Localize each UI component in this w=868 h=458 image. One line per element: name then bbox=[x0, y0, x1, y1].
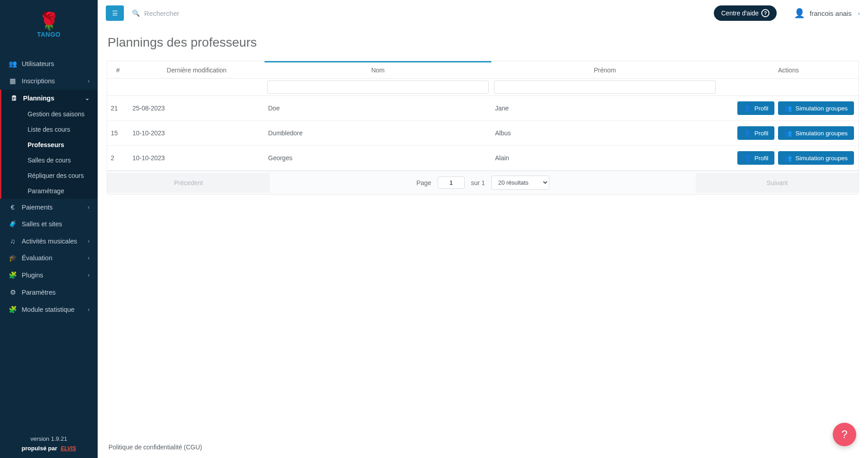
sidebar-item-salles-et-sites[interactable]: 🧳Salles et sites bbox=[0, 215, 98, 233]
filter-nom-input[interactable] bbox=[267, 81, 489, 94]
users-icon: 👥 bbox=[784, 154, 792, 162]
simulation-groupes-button[interactable]: 👥Simulation groupes bbox=[778, 101, 854, 115]
next-page-button[interactable]: Suivant bbox=[696, 173, 859, 193]
menu-toggle-button[interactable]: ☰ bbox=[106, 5, 124, 21]
col-modified[interactable]: Dernière modification bbox=[129, 62, 264, 79]
simulation-groupes-button[interactable]: 👥Simulation groupes bbox=[778, 126, 854, 140]
puzzle-icon: 🧩 bbox=[8, 271, 17, 279]
chevron-left-icon: ‹ bbox=[88, 204, 90, 210]
profil-button[interactable]: 👤Profil bbox=[737, 101, 775, 115]
sidebar-item-label: Plannings bbox=[23, 95, 54, 102]
cell-modified: 10-10-2023 bbox=[129, 121, 264, 146]
brand-logo: 🌹 bbox=[0, 13, 98, 30]
col-nom[interactable]: Nom bbox=[264, 62, 491, 79]
cell-nom: Georges bbox=[264, 146, 491, 171]
sidebar-item-label: Évaluation bbox=[22, 254, 52, 262]
version-text: version 1.9.21 bbox=[5, 435, 93, 442]
users-icon: 👥 bbox=[784, 129, 792, 137]
results-per-page-select[interactable]: 20 résultats bbox=[491, 176, 549, 190]
sidebar-subitem-liste-des-cours[interactable]: Liste des cours bbox=[1, 122, 98, 137]
profil-label: Profil bbox=[755, 130, 769, 137]
sidebar-item-label: Paiements bbox=[22, 204, 53, 211]
sidebar-item-paramètres[interactable]: ⚙Paramètres bbox=[0, 284, 98, 301]
sidebar-item-plannings[interactable]: 🗓Plannings⌄ bbox=[1, 90, 98, 106]
cell-id: 2 bbox=[107, 146, 129, 171]
cell-nom: Doe bbox=[264, 96, 491, 121]
sidebar-item-activités-musicales[interactable]: ♫Activités musicales‹ bbox=[0, 233, 98, 249]
page-title: Plannings des professeurs bbox=[108, 35, 859, 50]
sidebar-subitem-professeurs[interactable]: Professeurs bbox=[1, 137, 98, 153]
sidebar-subitem-gestion-des-saisons[interactable]: Gestion des saisons bbox=[1, 106, 98, 122]
brand-name: TANGO bbox=[0, 31, 98, 38]
sidebar-item-label: Paramètres bbox=[22, 289, 56, 296]
main-area: ☰ 🔍 Centre d'aide ? 👤 francois anais ‹ P… bbox=[98, 0, 868, 458]
cell-prenom: Alain bbox=[491, 146, 718, 171]
sidebar: 🌹 TANGO 👥Utilisateurs▦Inscriptions‹🗓Plan… bbox=[0, 0, 98, 458]
powered-by-label: propulsé par bbox=[22, 445, 57, 452]
menu-icon: ☰ bbox=[112, 10, 118, 17]
user-icon: 👤 bbox=[744, 129, 751, 137]
cell-id: 21 bbox=[107, 96, 129, 121]
pagination: Précedent Page sur 1 20 résultats Suivan… bbox=[107, 171, 859, 194]
sidebar-subitem-paramétrage[interactable]: Paramétrage bbox=[1, 183, 98, 199]
briefcase-icon: 🧳 bbox=[8, 220, 17, 228]
col-id[interactable]: # bbox=[107, 62, 129, 79]
table-row: 1510-10-2023DumbledoreAlbus👤Profil👥Simul… bbox=[107, 121, 859, 146]
privacy-link[interactable]: Politique de confidentialité (CGU) bbox=[108, 444, 202, 451]
user-menu[interactable]: 👤 francois anais ‹ bbox=[794, 8, 860, 19]
col-actions: Actions bbox=[718, 62, 859, 79]
chevron-left-icon: ‹ bbox=[88, 272, 90, 278]
footer: Politique de confidentialité (CGU) bbox=[107, 436, 859, 458]
cell-modified: 25-08-2023 bbox=[129, 96, 264, 121]
sidebar-item-utilisateurs[interactable]: 👥Utilisateurs bbox=[0, 55, 98, 72]
profil-button[interactable]: 👤Profil bbox=[737, 151, 775, 165]
sidebar-item-inscriptions[interactable]: ▦Inscriptions‹ bbox=[0, 72, 98, 90]
cell-modified: 10-10-2023 bbox=[129, 146, 264, 171]
user-icon: 👤 bbox=[744, 105, 751, 112]
nav-list: 👥Utilisateurs▦Inscriptions‹🗓Plannings⌄Ge… bbox=[0, 55, 98, 318]
brand-area: 🌹 TANGO bbox=[0, 0, 98, 47]
user-name: francois anais bbox=[810, 10, 852, 17]
music-icon: ♫ bbox=[8, 237, 17, 245]
table-filter-row bbox=[107, 79, 859, 96]
floating-help-button[interactable]: ? bbox=[833, 423, 856, 446]
simulation-label: Simulation groupes bbox=[795, 105, 848, 112]
search-input[interactable] bbox=[144, 10, 262, 17]
page-of-label: sur 1 bbox=[471, 179, 485, 186]
sidebar-item-plugins[interactable]: 🧩Plugins‹ bbox=[0, 267, 98, 284]
chevron-left-icon: ‹ bbox=[88, 306, 90, 313]
table-row: 2125-08-2023DoeJane👤Profil👥Simulation gr… bbox=[107, 96, 859, 121]
sidebar-item-module-statistique[interactable]: 🧩Module statistique‹ bbox=[0, 301, 98, 318]
topbar: ☰ 🔍 Centre d'aide ? 👤 francois anais ‹ bbox=[98, 0, 868, 26]
search-icon: 🔍 bbox=[132, 10, 140, 17]
pagination-center: Page sur 1 20 résultats bbox=[270, 171, 696, 194]
filter-prenom-input[interactable] bbox=[494, 81, 716, 94]
simulation-groupes-button[interactable]: 👥Simulation groupes bbox=[778, 151, 854, 165]
sidebar-item-label: Inscriptions bbox=[22, 77, 55, 85]
sidebar-item-paiements[interactable]: €Paiements‹ bbox=[0, 199, 98, 215]
profil-label: Profil bbox=[755, 105, 769, 112]
prev-page-button[interactable]: Précedent bbox=[107, 173, 270, 193]
help-icon: ? bbox=[761, 9, 769, 17]
chevron-down-icon: ⌄ bbox=[85, 95, 90, 101]
teachers-table: # Dernière modification Nom Prénom Actio… bbox=[107, 61, 859, 171]
cell-id: 15 bbox=[107, 121, 129, 146]
user-icon: 👤 bbox=[744, 154, 751, 162]
col-prenom[interactable]: Prénom bbox=[491, 62, 718, 79]
page-body: Plannings des professeurs # Dernière mod… bbox=[98, 26, 868, 458]
users-icon: 👥 bbox=[8, 60, 17, 68]
table-icon: ▦ bbox=[8, 77, 17, 85]
search-wrap: 🔍 bbox=[132, 10, 706, 17]
table-row: 210-10-2023GeorgesAlain👤Profil👥Simulatio… bbox=[107, 146, 859, 171]
sidebar-item-label: Activités musicales bbox=[22, 238, 77, 245]
sidebar-item-label: Salles et sites bbox=[22, 220, 62, 228]
sidebar-subitem-répliquer-des-cours[interactable]: Répliquer des cours bbox=[1, 168, 98, 183]
page-label: Page bbox=[416, 179, 431, 186]
sidebar-item-évaluation[interactable]: 🎓Évaluation‹ bbox=[0, 249, 98, 267]
page-input[interactable] bbox=[438, 177, 465, 189]
sidebar-subitem-salles-de-cours[interactable]: Salles de cours bbox=[1, 153, 98, 168]
profil-button[interactable]: 👤Profil bbox=[737, 126, 775, 140]
help-center-button[interactable]: Centre d'aide ? bbox=[714, 5, 777, 21]
user-icon: 👤 bbox=[794, 8, 805, 19]
table-body: 2125-08-2023DoeJane👤Profil👥Simulation gr… bbox=[107, 96, 859, 171]
